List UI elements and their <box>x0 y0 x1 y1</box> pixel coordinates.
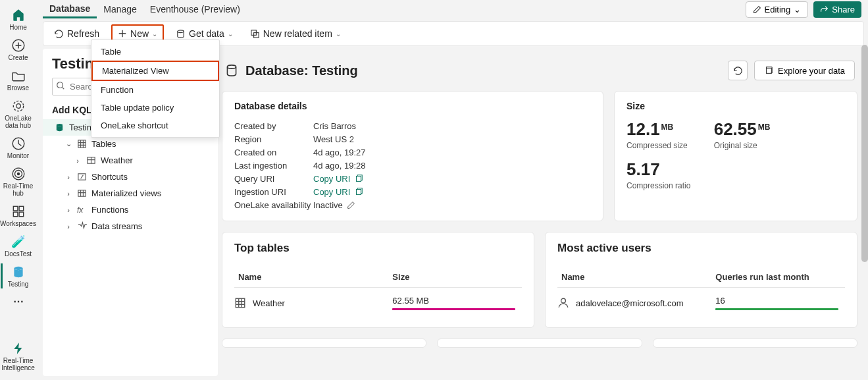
svg-rect-17 <box>78 140 86 148</box>
copy-query-uri[interactable]: Copy URI <box>313 174 363 184</box>
tab-database[interactable]: Database <box>43 1 97 18</box>
new-dropdown-menu: Table Materialized View Function Table u… <box>91 40 220 138</box>
search-icon <box>56 81 65 90</box>
nav-realtime[interactable]: Real-Time hub <box>0 163 36 200</box>
compression-ratio-value: 5.17 <box>626 159 660 180</box>
scrollbar-thumb[interactable] <box>861 45 868 262</box>
explore-data-button[interactable]: Explore your data <box>754 61 855 80</box>
chevron-down-icon: ⌄ <box>228 30 233 38</box>
link-icon <box>250 29 260 39</box>
chevron-right-icon: › <box>73 157 82 165</box>
shortcuts-icon <box>77 172 88 182</box>
card-placeholder <box>437 339 642 348</box>
docstest-icon: 🧪 <box>11 234 26 249</box>
nav-onelake-label: OneLake data hub <box>0 115 36 129</box>
database-icon <box>11 265 26 279</box>
nav-docstest-label: DocsTest <box>5 250 32 258</box>
nav-browse[interactable]: Browse <box>0 65 36 95</box>
matviews-icon <box>77 188 88 198</box>
pencil-icon[interactable] <box>347 201 355 209</box>
svg-rect-22 <box>767 68 772 74</box>
share-button[interactable]: Share <box>813 1 861 18</box>
plus-icon <box>118 29 127 38</box>
database-icon <box>55 122 65 132</box>
bolt-icon <box>11 341 26 356</box>
tree-datastreams[interactable]: › Data streams <box>43 218 218 234</box>
original-size-value: 62.55 <box>714 119 757 140</box>
nav-create[interactable]: Create <box>0 34 36 65</box>
folder-icon <box>11 68 26 83</box>
tree-tables[interactable]: ⌄ Tables <box>43 136 218 152</box>
chevron-down-icon: ⌄ <box>336 30 341 38</box>
database-icon <box>224 63 239 78</box>
refresh-detail-button[interactable] <box>728 61 748 80</box>
refresh-icon <box>54 29 64 39</box>
chevron-right-icon: › <box>64 173 73 181</box>
nav-bottom-rti[interactable]: Real-Time Intelligence <box>0 337 36 375</box>
svg-point-26 <box>561 298 566 303</box>
tree-shortcuts[interactable]: › Shortcuts <box>43 169 218 185</box>
menu-onelake[interactable]: OneLake shortcut <box>91 117 219 134</box>
tree-matviews[interactable]: › Materialized views <box>43 185 218 202</box>
refresh-icon <box>733 66 743 76</box>
nav-workspaces[interactable]: Workspaces <box>0 200 36 231</box>
nav-more[interactable]: ⋯ <box>0 291 36 311</box>
copy-ingestion-uri[interactable]: Copy URI <box>313 187 363 197</box>
nav-realtime-label: Real-Time hub <box>0 182 36 197</box>
svg-point-4 <box>16 173 19 175</box>
svg-rect-8 <box>19 206 24 211</box>
region-value: West US 2 <box>313 134 354 144</box>
table-row[interactable]: adalovelace@microsoft.com 16 <box>557 288 845 318</box>
nav-docstest[interactable]: 🧪 DocsTest <box>0 231 36 261</box>
chevron-right-icon: › <box>64 206 73 214</box>
editing-button[interactable]: Editing ⌄ <box>746 1 809 18</box>
menu-matview[interactable]: Materialized View <box>91 61 219 81</box>
datastreams-icon <box>77 221 88 231</box>
user-icon <box>557 297 569 309</box>
tab-eventhouse[interactable]: Eventhouse (Preview) <box>143 1 247 17</box>
function-icon: fx <box>77 205 88 215</box>
chevron-down-icon: ⌄ <box>794 5 801 14</box>
tree-functions[interactable]: › fx Functions <box>43 202 218 218</box>
svg-rect-24 <box>357 190 361 195</box>
table-icon <box>234 297 246 309</box>
tree-weather[interactable]: › Weather <box>43 152 218 169</box>
newrelated-button[interactable]: New related item ⌄ <box>245 26 346 41</box>
card-top-tables: Top tables Name Size Weather 62.55 MB <box>222 232 534 328</box>
nav-testing-label: Testing <box>8 281 29 288</box>
scrollbar[interactable] <box>859 45 868 376</box>
nav-onelake[interactable]: OneLake data hub <box>0 95 36 132</box>
copy-icon <box>354 174 363 183</box>
card-size: Size 12.1MB Compressed size 62.55MB Orig… <box>614 91 857 221</box>
page-title: Database: Testing <box>245 63 358 78</box>
menu-tup[interactable]: Table update policy <box>91 99 219 117</box>
nav-home[interactable]: Home <box>0 4 36 34</box>
share-icon <box>820 5 829 14</box>
table-row[interactable]: Weather 62.55 MB <box>234 288 522 318</box>
nav-home-label: Home <box>9 24 27 31</box>
tables-icon <box>77 139 88 149</box>
card-placeholder <box>222 339 426 348</box>
svg-point-21 <box>227 65 236 68</box>
nav-create-label: Create <box>8 54 28 61</box>
card-database-details: Database details Created byCris Barros R… <box>222 91 603 221</box>
tab-manage[interactable]: Manage <box>97 1 143 17</box>
more-icon: ⋯ <box>13 295 24 308</box>
home-icon <box>11 8 26 22</box>
copy-icon <box>764 66 773 75</box>
nav-browse-label: Browse <box>7 84 29 92</box>
nav-workspaces-label: Workspaces <box>0 220 36 227</box>
nav-bottom-label: Real-Time Intelligence <box>0 357 36 371</box>
svg-rect-23 <box>357 176 361 182</box>
menu-function[interactable]: Function <box>91 81 219 99</box>
svg-point-1 <box>13 101 23 111</box>
activeusers-heading: Most active users <box>557 242 845 255</box>
svg-rect-9 <box>13 212 18 217</box>
svg-point-12 <box>178 30 184 32</box>
nav-testing[interactable]: Testing <box>0 261 36 291</box>
size-heading: Size <box>626 101 845 111</box>
chevron-down-icon: ⌄ <box>64 140 73 148</box>
menu-table[interactable]: Table <box>91 43 219 61</box>
dbdetails-heading: Database details <box>234 101 591 111</box>
nav-monitor[interactable]: Monitor <box>0 132 36 163</box>
